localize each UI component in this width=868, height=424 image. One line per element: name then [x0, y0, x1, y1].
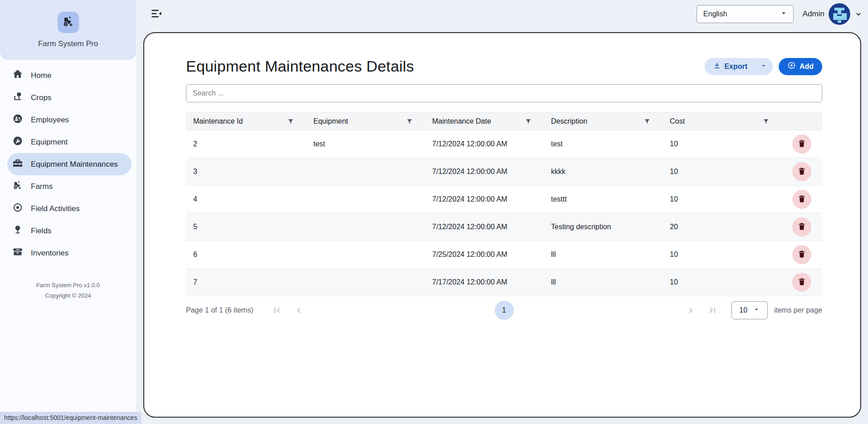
delete-row-button[interactable] — [792, 217, 811, 236]
plus-circle-icon — [787, 61, 796, 72]
user-menu[interactable]: Admin — [803, 3, 863, 25]
cell-description: test — [544, 140, 663, 148]
page-size-select[interactable]: 10 — [731, 301, 768, 319]
cell-maintenance-id: 3 — [186, 168, 306, 176]
chevron-down-icon — [780, 9, 788, 19]
column-header-maintenance-id: Maintenance Id — [186, 117, 306, 125]
trash-icon — [797, 194, 806, 205]
cell-cost: 10 — [663, 140, 781, 148]
language-select[interactable]: English — [697, 5, 794, 23]
sidebar-item-crops[interactable]: Crops — [7, 87, 132, 109]
cell-maintenance-date: 7/12/2024 12:00:00 AM — [425, 223, 544, 231]
table-row: 4 7/12/2024 12:00:00 AM testtt 10 — [186, 186, 822, 213]
first-page-icon — [272, 310, 283, 317]
pagination-summary: Page 1 of 1 (6 items) — [186, 306, 254, 314]
table-row: 2 test 7/12/2024 12:00:00 AM test 10 — [186, 130, 822, 158]
sidebar-item-employees[interactable]: Employees — [7, 109, 132, 131]
export-split-button: Export — [705, 58, 773, 75]
delete-row-button[interactable] — [792, 245, 811, 264]
cell-maintenance-date: 7/12/2024 12:00:00 AM — [425, 168, 544, 176]
export-button[interactable]: Export — [705, 58, 754, 75]
app-copyright: Copyright © 2024 — [0, 291, 136, 301]
sidebar-item-inventories[interactable]: Inventories — [7, 242, 132, 264]
filter-icon[interactable] — [762, 118, 770, 125]
sidebar-item-label: Home — [31, 71, 51, 80]
cell-cost: 10 — [663, 278, 781, 286]
browser-status-tooltip: https://localhost:5001/equipment-mainten… — [0, 412, 141, 424]
table-row: 3 7/12/2024 12:00:00 AM kkkk 10 — [186, 158, 822, 186]
delete-row-button[interactable] — [792, 273, 811, 292]
title-row: Equipment Maintenances Details Export — [186, 58, 822, 75]
chevron-down-icon — [760, 62, 767, 71]
menu-fold-icon — [150, 14, 163, 21]
export-options-button[interactable] — [754, 58, 773, 75]
download-icon — [713, 62, 721, 72]
column-header-maintenance-date: Maintenance Date — [425, 117, 544, 125]
cell-maintenance-date: 7/12/2024 12:00:00 AM — [425, 140, 544, 148]
trash-icon — [797, 139, 806, 149]
delete-row-button[interactable] — [792, 162, 811, 181]
language-value: English — [703, 10, 727, 18]
first-page-button[interactable] — [272, 305, 283, 316]
topbar: English Admin — [136, 0, 868, 28]
cell-equipment: test — [306, 140, 425, 148]
tractor-icon — [12, 180, 23, 193]
sidebar-item-equipment-maintenances[interactable]: Equipment Maintenances — [7, 153, 132, 175]
table-row: 5 7/12/2024 12:00:00 AM Testing descript… — [186, 213, 822, 241]
people-circle-icon — [12, 113, 23, 126]
delete-row-button[interactable] — [792, 190, 811, 209]
page-title: Equipment Maintenances Details — [186, 58, 705, 75]
cell-description: Testing description — [544, 223, 663, 231]
sidebar-item-home[interactable]: Home — [7, 64, 132, 87]
cell-maintenance-id: 7 — [186, 278, 306, 286]
sidebar-item-equipment[interactable]: Equipment — [7, 131, 132, 153]
chevron-down-icon — [753, 306, 760, 315]
wrench-circle-icon — [12, 135, 23, 149]
trash-icon — [797, 222, 806, 232]
inventory-box-icon — [12, 246, 23, 260]
items-per-page-label: items per page — [774, 306, 822, 314]
nature-people-icon — [12, 91, 23, 104]
filter-icon[interactable] — [525, 118, 532, 125]
toolbox-icon — [12, 158, 23, 171]
last-page-button[interactable] — [707, 305, 718, 316]
sidebar-nav: Home Crops Employees Equipment Equipment… — [0, 64, 136, 264]
sidebar-item-label: Inventories — [31, 249, 68, 258]
cell-description: lll — [544, 278, 663, 286]
cell-maintenance-date: 7/12/2024 12:00:00 AM — [425, 195, 544, 203]
table-header-row: Maintenance Id Equipment Maintenance Dat… — [186, 112, 822, 130]
chevron-right-icon — [685, 310, 696, 317]
sidebar-item-fields[interactable]: Fields — [7, 220, 132, 242]
pagination-bar: Page 1 of 1 (6 items) 1 10 — [186, 296, 822, 324]
delete-row-button[interactable] — [792, 135, 811, 154]
sidebar: Farm System Pro Home Crops Employees Equ… — [0, 0, 136, 424]
previous-page-button[interactable] — [293, 305, 304, 316]
sidebar-item-field-activities[interactable]: Field Activities — [7, 198, 132, 220]
user-name: Admin — [803, 10, 824, 19]
cell-cost: 20 — [663, 223, 781, 231]
sidebar-item-label: Crops — [31, 93, 51, 102]
filter-icon[interactable] — [287, 118, 294, 125]
chevron-down-icon — [854, 10, 863, 18]
search-input[interactable] — [186, 84, 822, 102]
cell-description: lll — [544, 251, 663, 259]
last-page-icon — [707, 310, 718, 317]
app-logo — [58, 12, 79, 33]
cell-cost: 10 — [663, 195, 781, 203]
column-header-description: Description — [544, 117, 663, 125]
pin-icon — [12, 224, 23, 237]
sidebar-item-farms[interactable]: Farms — [7, 175, 132, 198]
next-page-button[interactable] — [685, 305, 696, 316]
add-button[interactable]: Add — [779, 58, 822, 75]
tractor-logo-icon — [62, 15, 75, 30]
filter-icon[interactable] — [644, 118, 651, 125]
cell-description: kkkk — [544, 168, 663, 176]
cell-maintenance-id: 4 — [186, 195, 306, 203]
page-number-button[interactable]: 1 — [495, 301, 514, 320]
sidebar-footer: Farm System Pro v1.0.0 Copyright © 2024 — [0, 280, 136, 301]
filter-icon[interactable] — [406, 118, 413, 125]
sidebar-collapse-button[interactable] — [150, 7, 163, 21]
export-label: Export — [724, 63, 747, 71]
cell-maintenance-id: 6 — [186, 251, 306, 259]
app-version: Farm System Pro v1.0.0 — [0, 280, 136, 291]
